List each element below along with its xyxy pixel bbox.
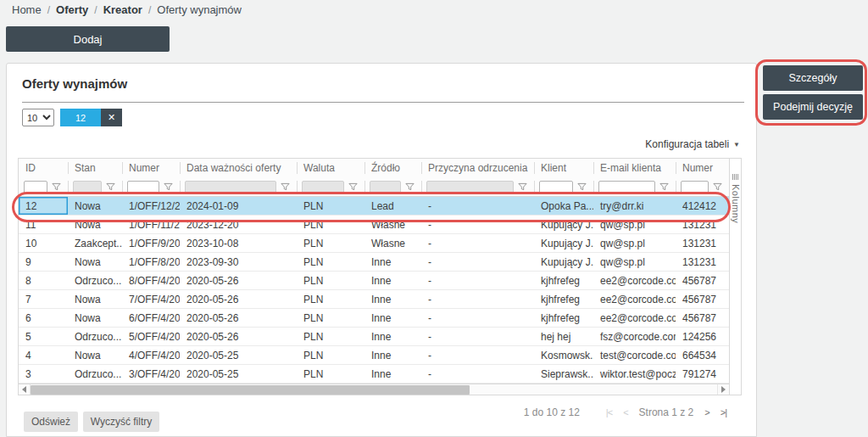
filter-input-email[interactable]	[598, 181, 655, 193]
scroll-left-button[interactable]	[19, 384, 30, 395]
filter-input-numer[interactable]	[127, 181, 159, 193]
cell-email[interactable]: ee2@corcode.com	[593, 272, 676, 289]
cell-waluta[interactable]: PLN	[297, 365, 364, 383]
filter-input-numer_oferty[interactable]	[681, 181, 709, 193]
breadcrumb-kreator[interactable]: Kreator	[103, 3, 142, 16]
cell-numer[interactable]: 1/OFF/11/2...	[122, 216, 180, 233]
filter-input-zrodlo[interactable]	[370, 181, 401, 193]
cell-stan[interactable]: Nowa	[68, 290, 122, 308]
cell-numer[interactable]: 4/OFF/4/20...	[122, 346, 180, 364]
filter-funnel-icon[interactable]	[348, 182, 358, 192]
cell-data_waznosci[interactable]: 2020-05-25	[180, 365, 297, 383]
cell-numer_oferty[interactable]: 131231	[676, 216, 729, 233]
cell-waluta[interactable]: PLN	[297, 234, 364, 252]
filter-funnel-icon[interactable]	[577, 182, 587, 192]
cell-id[interactable]: 6	[19, 309, 68, 327]
cell-waluta[interactable]: PLN	[297, 290, 364, 308]
cell-klient[interactable]: Opoka Pa...	[534, 197, 593, 215]
cell-zrodlo[interactable]: Inne	[364, 253, 421, 271]
cell-data_waznosci[interactable]: 2020-05-26	[180, 290, 297, 308]
cell-klient[interactable]: kjhfrefeg	[534, 290, 593, 308]
cell-przyczyna[interactable]: -	[421, 309, 534, 327]
cell-numer[interactable]: 1/OFF/8/20...	[122, 253, 180, 271]
cell-numer_oferty[interactable]: 456787	[676, 272, 729, 289]
table-row[interactable]: 9Nowa1/OFF/8/20...2023-09-30PLNInne-Kupu…	[19, 253, 729, 272]
cell-stan[interactable]: Nowa	[68, 253, 122, 271]
cell-waluta[interactable]: PLN	[297, 272, 364, 289]
filter-funnel-icon[interactable]	[281, 182, 290, 192]
cell-przyczyna[interactable]: -	[421, 253, 534, 271]
filter-input-waluta[interactable]	[302, 181, 344, 193]
cell-data_waznosci[interactable]: 2020-05-26	[180, 328, 297, 345]
cell-id[interactable]: 3	[19, 365, 68, 383]
cell-waluta[interactable]: PLN	[297, 346, 364, 364]
cell-zrodlo[interactable]: Własne	[364, 216, 421, 233]
column-header-waluta[interactable]: Waluta	[297, 159, 364, 177]
cell-numer_oferty[interactable]: 131231	[676, 253, 729, 271]
cell-numer[interactable]: 1/OFF/12/2...	[122, 197, 180, 215]
cell-zrodlo[interactable]: Inne	[364, 272, 421, 289]
cell-stan[interactable]: Odrzuco...	[68, 272, 122, 289]
cell-numer[interactable]: 6/OFF/4/20...	[122, 309, 180, 327]
filter-funnel-icon[interactable]	[52, 182, 61, 192]
table-config-dropdown[interactable]: Konfiguracja tabeli ▼	[645, 138, 740, 150]
cell-zrodlo[interactable]: Inne	[364, 309, 421, 327]
column-header-stan[interactable]: Stan	[68, 159, 122, 177]
cell-zrodlo[interactable]: Inne	[364, 346, 421, 364]
cell-id[interactable]: 4	[19, 346, 68, 364]
cell-przyczyna[interactable]: -	[421, 272, 534, 289]
cell-zrodlo[interactable]: Własne	[364, 234, 421, 252]
cell-stan[interactable]: Nowa	[68, 309, 122, 327]
column-header-zrodlo[interactable]: Źródło	[364, 159, 421, 177]
next-page-icon[interactable]: >	[704, 407, 709, 417]
cell-przyczyna[interactable]: -	[421, 365, 534, 383]
column-header-id[interactable]: ID	[19, 159, 68, 177]
cell-numer_oferty[interactable]: 456787	[676, 290, 729, 308]
cell-przyczyna[interactable]: -	[421, 346, 534, 364]
filter-funnel-icon[interactable]	[106, 182, 115, 192]
filter-input-przyczyna[interactable]	[426, 181, 514, 193]
cell-email[interactable]: fsz@corcode.com	[593, 328, 676, 345]
cell-numer_oferty[interactable]: 791274	[676, 365, 729, 383]
cell-email[interactable]: try@drr.ki	[593, 197, 676, 215]
scrollbar-track[interactable]	[30, 384, 718, 395]
filter-input-klient[interactable]	[539, 181, 573, 193]
cell-data_waznosci[interactable]: 2020-05-26	[180, 309, 297, 327]
cell-waluta[interactable]: PLN	[297, 328, 364, 345]
cell-id[interactable]: 10	[19, 234, 68, 252]
cell-waluta[interactable]: PLN	[297, 253, 364, 271]
cell-data_waznosci[interactable]: 2023-09-30	[180, 253, 297, 271]
cell-email[interactable]: test@corcode.com	[593, 346, 676, 364]
clear-filters-button[interactable]: Wyczyść filtry	[83, 412, 159, 432]
table-row[interactable]: 6Nowa6/OFF/4/20...2020-05-26PLNInne-kjhf…	[19, 309, 729, 328]
cell-numer_oferty[interactable]: 664534	[676, 346, 729, 364]
decision-button[interactable]: Podejmij decyzję	[763, 94, 863, 120]
cell-zrodlo[interactable]: Inne	[364, 290, 421, 308]
filter-chip-close-icon[interactable]: ✕	[101, 109, 122, 126]
cell-email[interactable]: qw@sp.pl	[593, 216, 676, 233]
column-header-numer[interactable]: Numer	[122, 159, 180, 177]
table-row[interactable]: 3Odrzuco...3/OFF/4/20...2020-05-25PLNInn…	[19, 365, 729, 384]
cell-numer_oferty[interactable]: 456787	[676, 309, 729, 327]
cell-stan[interactable]: Odrzuco...	[68, 365, 122, 383]
cell-email[interactable]: ee2@corcode.com	[593, 309, 676, 327]
table-row[interactable]: 7Nowa7/OFF/4/20...2020-05-26PLNInne-kjhf…	[19, 290, 729, 309]
cell-email[interactable]: ee2@corcode.com	[593, 290, 676, 308]
table-row[interactable]: 5Odrzuco...5/OFF/4/20...2020-05-26PLNInn…	[19, 328, 729, 346]
cell-stan[interactable]: Nowa	[68, 216, 122, 233]
cell-email[interactable]: wiktor.test@poczt...	[593, 365, 676, 383]
add-button[interactable]: Dodaj	[6, 26, 170, 52]
cell-przyczyna[interactable]: -	[421, 216, 534, 233]
cell-data_waznosci[interactable]: 2024-01-09	[180, 197, 297, 215]
cell-numer_oferty[interactable]: 124256	[676, 328, 729, 345]
table-row[interactable]: 10Zaakcept...1/OFF/9/20...2023-10-08PLNW…	[19, 234, 729, 253]
cell-klient[interactable]: Kupujący J...	[534, 253, 593, 271]
table-row[interactable]: 12Nowa1/OFF/12/2...2024-01-09PLNLead-Opo…	[19, 197, 729, 216]
cell-data_waznosci[interactable]: 2023-10-08	[180, 234, 297, 252]
cell-data_waznosci[interactable]: 2020-05-25	[180, 346, 297, 364]
cell-stan[interactable]: Nowa	[68, 197, 122, 215]
cell-id[interactable]: 7	[19, 290, 68, 308]
cell-waluta[interactable]: PLN	[297, 197, 364, 215]
cell-numer_oferty[interactable]: 131231	[676, 234, 729, 252]
breadcrumb-oferty[interactable]: Oferty	[56, 3, 88, 16]
